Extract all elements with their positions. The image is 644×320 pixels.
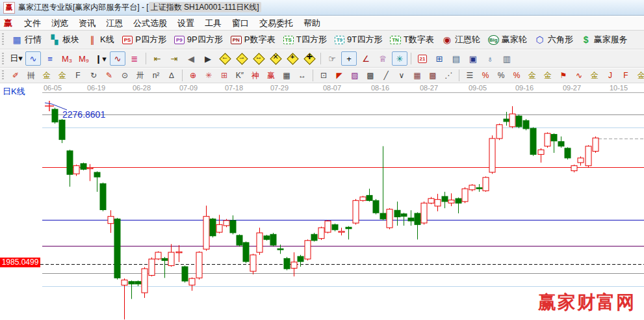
fence-grid2-tool[interactable]: 卅 — [133, 69, 148, 82]
period-day-dropdown[interactable]: 日▾ — [8, 51, 24, 66]
wave-percent-tool[interactable]: ∿ — [572, 69, 586, 82]
winner-wheel-button[interactable]: Big赢家轮 — [485, 33, 530, 47]
window-title-app: 赢家江恩专业版[赢家内部服务平台] - [ — [18, 3, 149, 12]
toolbar-grip[interactable] — [2, 33, 4, 46]
grid-target-tool[interactable]: ⊞ — [217, 69, 231, 82]
calendar-tool[interactable]: 21 — [415, 51, 430, 66]
menu-item-帮助[interactable]: 帮助 — [298, 17, 326, 29]
gold-circle-tool[interactable]: 金 — [525, 69, 539, 82]
angle-fan-tool[interactable]: ∆ — [164, 69, 179, 82]
percent-line-b-tool[interactable]: % — [509, 69, 524, 82]
9p-square-button[interactable]: P99P四方形 — [172, 33, 225, 47]
draw-pen-tool[interactable]: ✐ — [8, 69, 23, 82]
span-measure-tool[interactable]: ↔ — [295, 69, 309, 82]
first-bar-button[interactable]: ⇤ — [149, 51, 165, 66]
volume-profile-button[interactable]: ≣ — [127, 51, 142, 66]
crosshair-tool[interactable]: + — [341, 51, 357, 66]
gann-crown-tool[interactable]: ♕ — [375, 51, 391, 66]
toolbar-grip[interactable] — [2, 70, 4, 80]
menu-item-工具[interactable]: 工具 — [200, 17, 227, 29]
god-number-grid-tool[interactable]: 神 — [248, 69, 263, 82]
calculator-tool[interactable]: ⊞ — [431, 51, 447, 66]
parallel-lines-tool[interactable]: ⋰ — [441, 69, 456, 82]
sectors-button[interactable]: ▚板块 — [47, 33, 82, 47]
percent-sign-tool[interactable]: % — [494, 69, 508, 82]
spiral-tool[interactable]: ↻ — [86, 69, 101, 82]
f-grid-tool[interactable]: F — [71, 69, 85, 82]
pattern-red-tool[interactable]: ∿ — [110, 51, 125, 66]
diamond-arrow-both-button[interactable]: ↔ — [251, 51, 266, 66]
gold-line2-tool[interactable]: 金 — [587, 69, 602, 82]
red-pen-tool[interactable]: ✎ — [102, 69, 116, 82]
volume-profile-button-icon: ≣ — [131, 54, 138, 64]
number-grid-123-tool[interactable]: ▦ — [279, 69, 294, 82]
next-bar-button[interactable]: ▶ — [200, 51, 216, 66]
winner-service-button[interactable]: $赢家服务 — [578, 33, 630, 47]
menu-item-浏览[interactable]: 浏览 — [46, 17, 73, 29]
angle-measure-tool[interactable]: ∠ — [358, 51, 374, 66]
toolbar-grip[interactable] — [2, 53, 4, 64]
menu-item-江恩[interactable]: 江恩 — [101, 17, 128, 29]
diamond-arrows-diagonal-button[interactable]: ✕ — [268, 51, 283, 66]
trend-line-tool[interactable]: ╱ — [379, 69, 393, 82]
zigzag-pattern-tool[interactable]: ∿ — [25, 51, 41, 66]
flag-pen-tool[interactable]: ⚑ — [556, 69, 571, 82]
n-squared-tool[interactable]: n² — [149, 69, 163, 82]
gold-fence-a-tool[interactable]: 金 — [40, 69, 54, 82]
f-angle-tool[interactable]: F — [619, 69, 633, 82]
gold-angle-tool[interactable]: 金 — [634, 69, 644, 82]
t-number-table-button[interactable]: TNT数字表 — [387, 33, 437, 47]
hand-pan-tool[interactable]: ☞ — [324, 51, 340, 66]
percent-table-tool[interactable]: ☰ — [463, 69, 477, 82]
v-lines-tool[interactable]: ∨ — [394, 69, 409, 82]
menu-item-窗口[interactable]: 窗口 — [227, 17, 254, 29]
menu-item-设置[interactable]: 设置 — [172, 17, 200, 29]
wheel-spokes-tool[interactable]: ✳ — [201, 69, 216, 82]
kline-button[interactable]: ∥K线 — [84, 33, 117, 47]
menu-item-文件[interactable]: 文件 — [19, 17, 46, 29]
j-angle-tool[interactable]: J — [603, 69, 617, 82]
target-crosshair-tool[interactable]: ⊕ — [186, 69, 200, 82]
gann-box-tool[interactable]: ⊡ — [316, 69, 331, 82]
percent-line-a-tool[interactable]: % — [478, 69, 493, 82]
notepad-tool[interactable]: ▤ — [448, 51, 464, 66]
menu-item-公式选股[interactable]: 公式选股 — [128, 17, 172, 29]
angle-measure-tool-icon: ∠ — [362, 54, 370, 64]
brain-pattern-tool[interactable]: ✳ — [392, 51, 407, 66]
t-square-button[interactable]: TST四方形 — [281, 33, 329, 47]
hexagon-button[interactable]: ⬡六角形 — [532, 33, 576, 47]
menu-item-交易委托[interactable]: 交易委托 — [254, 17, 298, 29]
fan-box-purple-tool[interactable]: ▨ — [348, 69, 362, 82]
last-bar-button[interactable]: ⇥ — [166, 51, 182, 66]
candle-style-dropdown[interactable]: ❙▾ — [93, 51, 109, 66]
send-network-tool[interactable]: ♁ — [482, 51, 498, 66]
app-icon[interactable]: 赢 — [3, 2, 15, 14]
grid-small-tool[interactable]: ▦ — [410, 69, 424, 82]
9t-square-button[interactable]: T99T四方形 — [332, 33, 385, 47]
winner-grid-tool[interactable]: 赢 — [264, 69, 278, 82]
p-number-table-button[interactable]: PNP数字表 — [228, 33, 278, 47]
remote-computer-tool[interactable]: ▥ — [499, 51, 515, 66]
gann-wheel-button[interactable]: ◉江恩轮 — [439, 33, 483, 47]
fence-grid-tool[interactable]: 卌 — [24, 69, 38, 82]
gold-line-tool[interactable]: 金 — [541, 69, 555, 82]
diamond-arrows-all-button[interactable]: ✚ — [302, 51, 317, 66]
save-tool[interactable]: ▣ — [465, 51, 481, 66]
fan-box-dark-tool[interactable]: ▩ — [363, 69, 378, 82]
gold-fence-b-tool[interactable]: 金 — [55, 69, 70, 82]
prev-bar-button[interactable]: ◀ — [183, 51, 199, 66]
wave-count-9-button[interactable]: M₉ — [76, 51, 92, 66]
diamond-arrow-right-button[interactable]: → — [234, 51, 250, 66]
notes-panel-button[interactable]: ≡ — [42, 51, 58, 66]
diamond-arrows-cross-button[interactable]: + — [285, 51, 300, 66]
chart-area[interactable]: 06-0506-1906-2807-0907-1807-2908-0708-16… — [0, 83, 644, 320]
wave-count-3-button[interactable]: M₃ — [59, 51, 75, 66]
time-cycle-tool[interactable]: ⊙ — [118, 69, 132, 82]
grid-large-tool[interactable]: ▩ — [426, 69, 440, 82]
quotes-button[interactable]: ▦行情 — [9, 33, 44, 47]
menu-item-资讯[interactable]: 资讯 — [73, 17, 101, 29]
fan-lines-tool[interactable]: ◤ — [332, 69, 346, 82]
k-marker-tool[interactable]: K″ — [233, 69, 247, 82]
diamond-arrow-left-button[interactable]: ← — [217, 51, 233, 66]
p-square-button[interactable]: PSP四方形 — [120, 33, 169, 47]
